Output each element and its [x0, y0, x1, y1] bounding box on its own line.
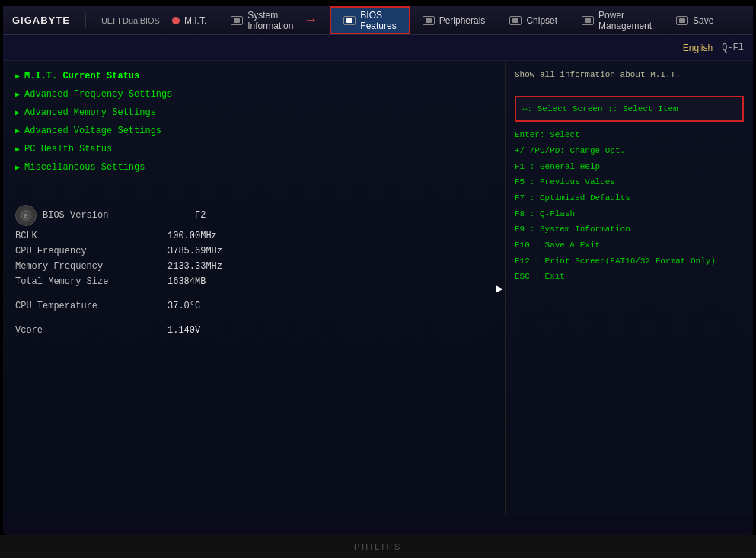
spacer2: [15, 314, 493, 323]
spacer: [15, 289, 493, 298]
chipset-icon: [509, 16, 522, 25]
bios-screen: GIGABYTE UEFI DualBIOS M.I.T. SystemInfo…: [3, 6, 753, 535]
tab-mit[interactable]: M.I.T.: [160, 6, 219, 34]
tab-chipset[interactable]: Chipset: [497, 6, 569, 34]
logo-area: GIGABYTE UEFI DualBIOS: [12, 13, 160, 28]
vcore-label: Vcore: [15, 325, 167, 336]
bios-icon: [343, 16, 356, 25]
tab-mit-label: M.I.T.: [184, 15, 206, 26]
uefi-label: UEFI DualBIOS: [101, 16, 160, 25]
menu-arrow-icon: ▶: [15, 108, 20, 117]
menu-item-label: Advanced Frequency Settings: [24, 89, 172, 100]
menu-list: ▶ M.I.T. Current Status ▶ Advanced Frequ…: [3, 67, 505, 177]
info-row-cpu-freq: CPU Frequency 3785.69MHz: [15, 244, 493, 259]
cpu-freq-value: 3785.69MHz: [167, 246, 222, 257]
header-bottom-row: English Q-Fl: [3, 35, 753, 61]
total-memory-label: Total Memory Size: [15, 276, 167, 287]
info-row-memory-freq: Memory Frequency 2133.33MHz: [15, 259, 493, 274]
left-panel: ▶ M.I.T. Current Status ▶ Advanced Frequ…: [3, 61, 506, 515]
shortcut-esc: ESC : Exit: [515, 269, 744, 284]
qflash-label: Q-Fl: [722, 43, 744, 53]
mit-dot-icon: [172, 17, 180, 24]
memory-freq-value: 2133.33MHz: [167, 261, 222, 272]
menu-item-label: Advanced Voltage Settings: [24, 126, 161, 136]
bottom-bar: PHILIPS: [0, 535, 756, 558]
menu-arrow-icon: ▶: [15, 145, 20, 154]
menu-item-voltage-settings[interactable]: ▶ Advanced Voltage Settings: [3, 122, 505, 140]
bclk-label: BCLK: [15, 231, 167, 241]
menu-item-label: M.I.T. Current Status: [24, 71, 139, 81]
tab-system[interactable]: SystemInformation →: [219, 6, 330, 34]
vcore-value: 1.140V: [167, 325, 200, 336]
tab-peripherals-label: Peripherals: [439, 15, 486, 26]
arrows-icon: ↔: [522, 104, 528, 113]
shortcut-f5: F5 : Previous Values: [515, 175, 744, 190]
tab-bios-label: BIOSFeatures: [360, 10, 396, 31]
main-content: ▶ M.I.T. Current Status ▶ Advanced Frequ…: [3, 61, 753, 515]
menu-arrow-icon: ▶: [15, 126, 20, 136]
tab-power[interactable]: PowerManagement: [569, 6, 664, 34]
bios-version-label: BIOS Version: [43, 210, 195, 221]
info-row-vcore: Vcore 1.140V: [15, 323, 493, 338]
svg-text:B: B: [24, 213, 28, 218]
header-divider: [85, 13, 86, 28]
cpu-temp-label: CPU Temperature: [15, 301, 167, 311]
peripherals-icon: [423, 16, 435, 25]
help-text: Show all information about M.I.T.: [515, 69, 744, 90]
select-screen-label: ↔: Select Screen ↕: Select Item: [522, 102, 736, 116]
menu-item-misc-settings[interactable]: ▶ Miscellaneous Settings: [3, 158, 505, 177]
shortcut-f1: F1 : General Help: [515, 160, 744, 174]
bclk-value: 100.00MHz: [167, 231, 217, 241]
menu-item-pc-health[interactable]: ▶ PC Health Status: [3, 140, 505, 158]
tab-system-label: SystemInformation: [247, 10, 293, 31]
tab-peripherals[interactable]: Peripherals: [410, 6, 498, 34]
nav-tabs: M.I.T. SystemInformation → BIOSFeatures …: [160, 6, 744, 34]
language-selector[interactable]: English: [683, 43, 713, 53]
info-row-total-memory: Total Memory Size 16384MB: [15, 274, 493, 289]
cpu-freq-label: CPU Frequency: [15, 246, 167, 257]
info-section: B BIOS Version F2 BCLK 100.00MHz CPU Fre…: [3, 199, 505, 341]
header-top-row: GIGABYTE UEFI DualBIOS M.I.T. SystemInfo…: [3, 6, 753, 35]
menu-item-label: PC Health Status: [24, 144, 112, 155]
power-icon: [582, 16, 594, 25]
tab-chipset-label: Chipset: [526, 15, 557, 26]
shortcut-enter: Enter: Select: [515, 128, 744, 142]
menu-item-label: Advanced Memory Settings: [24, 107, 156, 118]
info-row-bclk: BCLK 100.00MHz: [15, 228, 493, 244]
total-memory-value: 16384MB: [167, 276, 206, 287]
monitor-brand: PHILIPS: [354, 542, 402, 551]
menu-arrow-icon: ▶: [15, 72, 20, 81]
bios-version-value: F2: [195, 210, 206, 221]
cursor-arrow-icon: ▶: [496, 281, 503, 296]
shortcut-list: Enter: Select +/-/PU/PD: Change Opt. F1 …: [515, 128, 744, 284]
tab-save-label: Save: [693, 15, 713, 26]
info-divider: [3, 177, 505, 199]
updown-icon: ↕: [608, 104, 613, 113]
menu-arrow-icon: ▶: [15, 163, 20, 172]
right-panel: Show all information about M.I.T. ↔: Sel…: [506, 61, 753, 515]
menu-item-label: Miscellaneous Settings: [24, 162, 145, 173]
gigabyte-logo: GIGABYTE: [12, 14, 70, 26]
menu-arrow-icon: ▶: [15, 90, 20, 99]
select-screen-box: ↔: Select Screen ↕: Select Item: [515, 96, 744, 123]
menu-item-freq-settings[interactable]: ▶ Advanced Frequency Settings: [3, 85, 505, 104]
tab-bios[interactable]: BIOSFeatures: [330, 6, 410, 34]
shortcut-f12: F12 : Print Screen(FAT16/32 Format Only): [515, 254, 744, 269]
memory-freq-label: Memory Frequency: [15, 261, 167, 272]
system-icon: [231, 16, 243, 25]
tab-power-label: PowerManagement: [598, 10, 652, 31]
save-icon: [676, 16, 688, 25]
about-word: about: [620, 70, 646, 79]
tab-save[interactable]: Save: [664, 6, 726, 34]
bios-version-badge: B: [15, 205, 37, 226]
info-row-cpu-temp: CPU Temperature 37.0°C: [15, 298, 493, 314]
shortcut-f8: F8 : Q-Flash: [515, 207, 744, 222]
shortcut-f7: F7 : Optimized Defaults: [515, 191, 744, 206]
nav-arrow-icon: →: [304, 12, 317, 28]
cpu-temp-value: 37.0°C: [167, 301, 200, 311]
menu-item-memory-settings[interactable]: ▶ Advanced Memory Settings: [3, 104, 505, 122]
shortcut-f9: F9 : System Information: [515, 222, 744, 237]
shortcut-f10: F10 : Save & Exit: [515, 238, 744, 253]
info-row-bios-version: B BIOS Version F2: [15, 202, 493, 228]
menu-item-current-status[interactable]: ▶ M.I.T. Current Status: [3, 67, 505, 85]
